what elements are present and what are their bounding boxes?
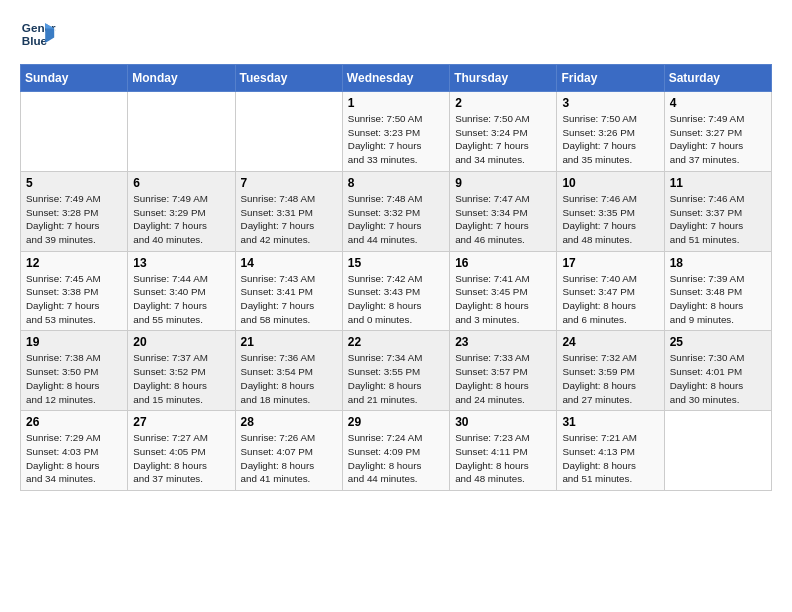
calendar-cell: [664, 411, 771, 491]
day-info: Sunrise: 7:46 AM Sunset: 3:35 PM Dayligh…: [562, 192, 658, 247]
day-info: Sunrise: 7:41 AM Sunset: 3:45 PM Dayligh…: [455, 272, 551, 327]
day-number: 20: [133, 335, 229, 349]
day-info: Sunrise: 7:24 AM Sunset: 4:09 PM Dayligh…: [348, 431, 444, 486]
day-info: Sunrise: 7:50 AM Sunset: 3:26 PM Dayligh…: [562, 112, 658, 167]
calendar-cell: 3Sunrise: 7:50 AM Sunset: 3:26 PM Daylig…: [557, 92, 664, 172]
day-number: 28: [241, 415, 337, 429]
day-number: 2: [455, 96, 551, 110]
weekday-header-tuesday: Tuesday: [235, 65, 342, 92]
day-info: Sunrise: 7:43 AM Sunset: 3:41 PM Dayligh…: [241, 272, 337, 327]
day-info: Sunrise: 7:36 AM Sunset: 3:54 PM Dayligh…: [241, 351, 337, 406]
day-number: 15: [348, 256, 444, 270]
day-info: Sunrise: 7:47 AM Sunset: 3:34 PM Dayligh…: [455, 192, 551, 247]
calendar-cell: 25Sunrise: 7:30 AM Sunset: 4:01 PM Dayli…: [664, 331, 771, 411]
calendar-cell: 21Sunrise: 7:36 AM Sunset: 3:54 PM Dayli…: [235, 331, 342, 411]
weekday-header-row: SundayMondayTuesdayWednesdayThursdayFrid…: [21, 65, 772, 92]
day-info: Sunrise: 7:48 AM Sunset: 3:31 PM Dayligh…: [241, 192, 337, 247]
day-number: 26: [26, 415, 122, 429]
weekday-header-monday: Monday: [128, 65, 235, 92]
weekday-header-saturday: Saturday: [664, 65, 771, 92]
calendar-cell: 17Sunrise: 7:40 AM Sunset: 3:47 PM Dayli…: [557, 251, 664, 331]
calendar-cell: 11Sunrise: 7:46 AM Sunset: 3:37 PM Dayli…: [664, 171, 771, 251]
calendar-cell: 14Sunrise: 7:43 AM Sunset: 3:41 PM Dayli…: [235, 251, 342, 331]
day-info: Sunrise: 7:50 AM Sunset: 3:23 PM Dayligh…: [348, 112, 444, 167]
weekday-header-thursday: Thursday: [450, 65, 557, 92]
day-info: Sunrise: 7:21 AM Sunset: 4:13 PM Dayligh…: [562, 431, 658, 486]
day-info: Sunrise: 7:27 AM Sunset: 4:05 PM Dayligh…: [133, 431, 229, 486]
day-info: Sunrise: 7:32 AM Sunset: 3:59 PM Dayligh…: [562, 351, 658, 406]
day-info: Sunrise: 7:46 AM Sunset: 3:37 PM Dayligh…: [670, 192, 766, 247]
day-info: Sunrise: 7:39 AM Sunset: 3:48 PM Dayligh…: [670, 272, 766, 327]
day-info: Sunrise: 7:37 AM Sunset: 3:52 PM Dayligh…: [133, 351, 229, 406]
day-info: Sunrise: 7:42 AM Sunset: 3:43 PM Dayligh…: [348, 272, 444, 327]
calendar-cell: 12Sunrise: 7:45 AM Sunset: 3:38 PM Dayli…: [21, 251, 128, 331]
day-number: 7: [241, 176, 337, 190]
logo: General Blue: [20, 16, 60, 52]
day-info: Sunrise: 7:49 AM Sunset: 3:27 PM Dayligh…: [670, 112, 766, 167]
day-number: 3: [562, 96, 658, 110]
calendar-cell: 28Sunrise: 7:26 AM Sunset: 4:07 PM Dayli…: [235, 411, 342, 491]
day-number: 23: [455, 335, 551, 349]
day-number: 31: [562, 415, 658, 429]
day-number: 18: [670, 256, 766, 270]
day-number: 30: [455, 415, 551, 429]
calendar-cell: 26Sunrise: 7:29 AM Sunset: 4:03 PM Dayli…: [21, 411, 128, 491]
day-number: 29: [348, 415, 444, 429]
day-number: 19: [26, 335, 122, 349]
calendar-cell: 9Sunrise: 7:47 AM Sunset: 3:34 PM Daylig…: [450, 171, 557, 251]
day-number: 9: [455, 176, 551, 190]
day-info: Sunrise: 7:40 AM Sunset: 3:47 PM Dayligh…: [562, 272, 658, 327]
day-number: 21: [241, 335, 337, 349]
logo-icon: General Blue: [20, 16, 56, 52]
day-info: Sunrise: 7:48 AM Sunset: 3:32 PM Dayligh…: [348, 192, 444, 247]
calendar-cell: 13Sunrise: 7:44 AM Sunset: 3:40 PM Dayli…: [128, 251, 235, 331]
calendar-cell: 15Sunrise: 7:42 AM Sunset: 3:43 PM Dayli…: [342, 251, 449, 331]
day-number: 27: [133, 415, 229, 429]
calendar-cell: [235, 92, 342, 172]
calendar-cell: 24Sunrise: 7:32 AM Sunset: 3:59 PM Dayli…: [557, 331, 664, 411]
day-info: Sunrise: 7:26 AM Sunset: 4:07 PM Dayligh…: [241, 431, 337, 486]
day-number: 17: [562, 256, 658, 270]
calendar-cell: 7Sunrise: 7:48 AM Sunset: 3:31 PM Daylig…: [235, 171, 342, 251]
day-number: 1: [348, 96, 444, 110]
calendar-cell: 19Sunrise: 7:38 AM Sunset: 3:50 PM Dayli…: [21, 331, 128, 411]
calendar-body: 1Sunrise: 7:50 AM Sunset: 3:23 PM Daylig…: [21, 92, 772, 491]
calendar-cell: 31Sunrise: 7:21 AM Sunset: 4:13 PM Dayli…: [557, 411, 664, 491]
svg-text:Blue: Blue: [22, 34, 48, 47]
calendar-week-row: 12Sunrise: 7:45 AM Sunset: 3:38 PM Dayli…: [21, 251, 772, 331]
weekday-header-friday: Friday: [557, 65, 664, 92]
calendar-cell: 8Sunrise: 7:48 AM Sunset: 3:32 PM Daylig…: [342, 171, 449, 251]
day-info: Sunrise: 7:38 AM Sunset: 3:50 PM Dayligh…: [26, 351, 122, 406]
day-number: 6: [133, 176, 229, 190]
day-info: Sunrise: 7:29 AM Sunset: 4:03 PM Dayligh…: [26, 431, 122, 486]
calendar-cell: [128, 92, 235, 172]
calendar-week-row: 5Sunrise: 7:49 AM Sunset: 3:28 PM Daylig…: [21, 171, 772, 251]
calendar-cell: 23Sunrise: 7:33 AM Sunset: 3:57 PM Dayli…: [450, 331, 557, 411]
day-info: Sunrise: 7:44 AM Sunset: 3:40 PM Dayligh…: [133, 272, 229, 327]
calendar-cell: [21, 92, 128, 172]
day-number: 25: [670, 335, 766, 349]
calendar-table: SundayMondayTuesdayWednesdayThursdayFrid…: [20, 64, 772, 491]
day-info: Sunrise: 7:23 AM Sunset: 4:11 PM Dayligh…: [455, 431, 551, 486]
calendar-cell: 5Sunrise: 7:49 AM Sunset: 3:28 PM Daylig…: [21, 171, 128, 251]
day-number: 8: [348, 176, 444, 190]
day-number: 14: [241, 256, 337, 270]
calendar-cell: 22Sunrise: 7:34 AM Sunset: 3:55 PM Dayli…: [342, 331, 449, 411]
calendar-week-row: 26Sunrise: 7:29 AM Sunset: 4:03 PM Dayli…: [21, 411, 772, 491]
calendar-week-row: 1Sunrise: 7:50 AM Sunset: 3:23 PM Daylig…: [21, 92, 772, 172]
header: General Blue: [20, 16, 772, 52]
day-info: Sunrise: 7:50 AM Sunset: 3:24 PM Dayligh…: [455, 112, 551, 167]
weekday-header-wednesday: Wednesday: [342, 65, 449, 92]
calendar-cell: 18Sunrise: 7:39 AM Sunset: 3:48 PM Dayli…: [664, 251, 771, 331]
calendar-cell: 30Sunrise: 7:23 AM Sunset: 4:11 PM Dayli…: [450, 411, 557, 491]
calendar-cell: 16Sunrise: 7:41 AM Sunset: 3:45 PM Dayli…: [450, 251, 557, 331]
day-number: 5: [26, 176, 122, 190]
day-number: 4: [670, 96, 766, 110]
calendar-cell: 29Sunrise: 7:24 AM Sunset: 4:09 PM Dayli…: [342, 411, 449, 491]
calendar-cell: 2Sunrise: 7:50 AM Sunset: 3:24 PM Daylig…: [450, 92, 557, 172]
day-info: Sunrise: 7:49 AM Sunset: 3:29 PM Dayligh…: [133, 192, 229, 247]
weekday-header-sunday: Sunday: [21, 65, 128, 92]
day-info: Sunrise: 7:33 AM Sunset: 3:57 PM Dayligh…: [455, 351, 551, 406]
day-info: Sunrise: 7:45 AM Sunset: 3:38 PM Dayligh…: [26, 272, 122, 327]
calendar-cell: 1Sunrise: 7:50 AM Sunset: 3:23 PM Daylig…: [342, 92, 449, 172]
